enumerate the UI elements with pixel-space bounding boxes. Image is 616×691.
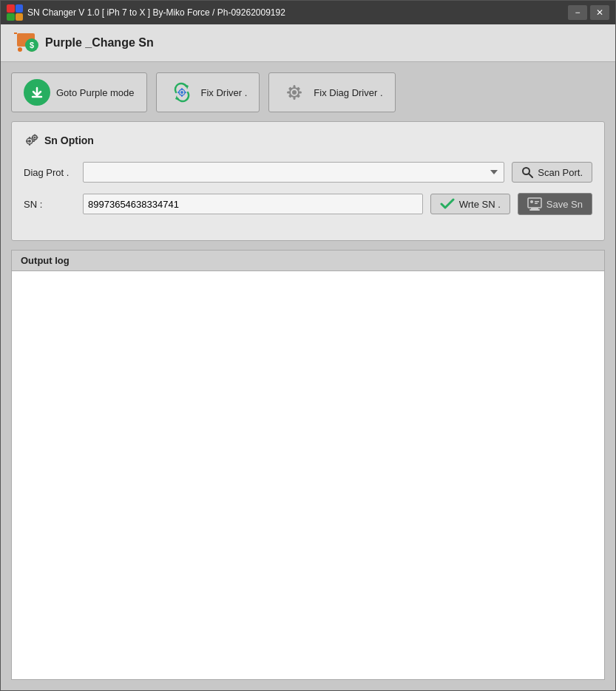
- svg-rect-10: [181, 95, 183, 97]
- header-icon: $: [11, 30, 39, 55]
- fix-diag-driver-label: Fix Diag Driver .: [314, 87, 382, 98]
- save-sn-label: Save Sn: [546, 199, 583, 210]
- svg-rect-34: [37, 137, 38, 138]
- goto-purple-button[interactable]: Goto Purple mode: [11, 72, 147, 112]
- window-title: SN Changer V 1.0 [ iPh 7 to X ] By-Miko …: [27, 7, 568, 18]
- goto-purple-label: Goto Purple mode: [56, 87, 135, 98]
- svg-rect-15: [294, 85, 296, 88]
- svg-point-30: [34, 137, 36, 139]
- checkmark-icon: [440, 198, 455, 210]
- main-content: Goto Purple mode: [1, 62, 615, 690]
- app-logo: [7, 4, 23, 21]
- fix-driver-icon: [169, 79, 195, 106]
- svg-rect-17: [287, 92, 290, 94]
- svg-rect-26: [29, 143, 30, 146]
- svg-rect-16: [294, 97, 296, 100]
- svg-rect-33: [32, 137, 33, 138]
- logo-cell-red: [7, 4, 15, 13]
- cart-dollar-icon: $: [11, 30, 41, 55]
- sn-input[interactable]: [83, 194, 423, 214]
- sn-option-panel-title: Sn Option: [44, 135, 94, 146]
- svg-rect-37: [528, 198, 541, 208]
- close-button[interactable]: ✕: [590, 5, 609, 20]
- svg-rect-42: [535, 203, 538, 205]
- logo-cell-green: [7, 13, 15, 21]
- header-title: Purple _Change Sn: [45, 36, 154, 50]
- sn-row: SN : Wrte SN .: [24, 193, 592, 215]
- svg-rect-31: [34, 135, 35, 136]
- fix-diag-driver-button[interactable]: Fix Diag Driver .: [268, 72, 395, 112]
- logo-cell-orange: [16, 13, 24, 21]
- main-window: SN Changer V 1.0 [ iPh 7 to X ] By-Miko …: [0, 0, 616, 691]
- scan-port-label: Scan Port.: [538, 167, 583, 178]
- title-bar: SN Changer V 1.0 [ iPh 7 to X ] By-Miko …: [1, 1, 615, 24]
- svg-rect-9: [181, 88, 183, 90]
- svg-rect-25: [29, 137, 30, 139]
- logo-cell-blue: [16, 4, 24, 13]
- output-log-body: [12, 271, 604, 679]
- window-controls: − ✕: [568, 5, 609, 20]
- goto-purple-icon: [24, 79, 50, 106]
- save-sn-button[interactable]: Save Sn: [518, 193, 592, 215]
- svg-point-14: [292, 90, 297, 95]
- diag-prot-select[interactable]: [83, 162, 504, 183]
- svg-rect-18: [299, 92, 302, 94]
- save-icon: [527, 197, 542, 211]
- search-icon: [521, 166, 533, 178]
- svg-text:$: $: [30, 41, 34, 50]
- svg-point-40: [530, 200, 533, 203]
- header-bar: $ Purple _Change Sn: [1, 24, 615, 62]
- gear-large-icon: [281, 79, 308, 106]
- svg-point-24: [28, 140, 31, 143]
- minimize-button[interactable]: −: [568, 5, 587, 20]
- scan-port-button[interactable]: Scan Port.: [512, 162, 592, 183]
- diag-prot-row: Diag Prot . Scan Port.: [24, 162, 592, 183]
- svg-rect-41: [535, 201, 539, 202]
- sn-option-title: Sn Option: [24, 132, 592, 149]
- output-log-panel: Output log: [11, 250, 605, 680]
- output-log-header: Output log: [12, 251, 604, 271]
- toolbar: Goto Purple mode: [11, 72, 605, 112]
- svg-rect-32: [34, 140, 35, 141]
- refresh-gear-icon: [169, 79, 195, 106]
- fix-diag-icon: [281, 79, 308, 106]
- write-sn-label: Wrte SN .: [459, 199, 501, 210]
- svg-rect-11: [177, 92, 180, 93]
- sn-label: SN :: [24, 199, 75, 210]
- fix-driver-button[interactable]: Fix Driver .: [156, 72, 260, 112]
- svg-line-36: [529, 174, 532, 177]
- write-sn-button[interactable]: Wrte SN .: [430, 194, 510, 214]
- sn-option-gear-icon: [24, 132, 40, 149]
- svg-point-1: [18, 47, 22, 52]
- download-arrow-icon: [30, 86, 44, 99]
- svg-rect-12: [184, 92, 186, 93]
- svg-rect-27: [26, 140, 28, 142]
- sn-option-panel: Sn Option Diag Prot . Scan Port. SN: [11, 121, 605, 241]
- fix-driver-label: Fix Driver .: [201, 87, 248, 98]
- svg-point-8: [180, 91, 183, 94]
- diag-prot-label: Diag Prot .: [24, 167, 75, 178]
- svg-rect-39: [529, 209, 540, 211]
